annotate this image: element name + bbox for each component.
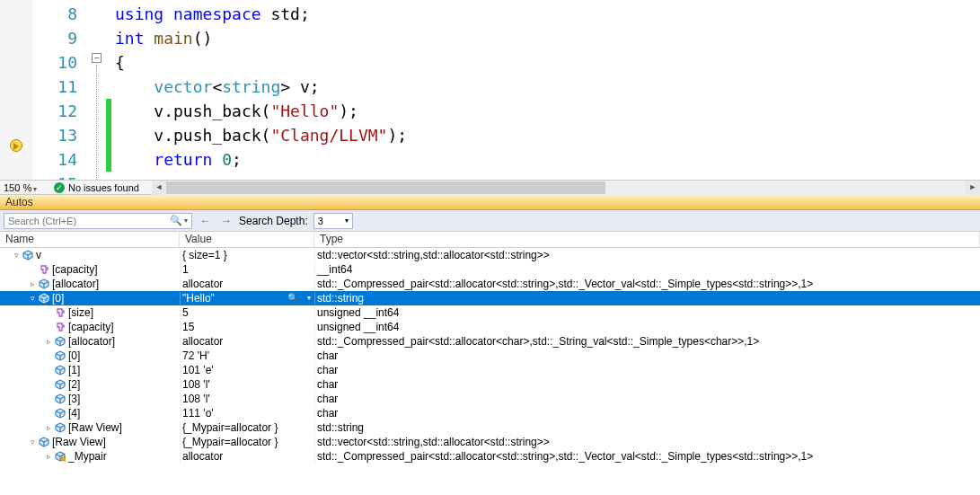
table-row[interactable]: ▹[capacity]1__int64 [0,262,980,277]
table-row[interactable]: ▿v{ size=1 }std::vector<std::string,std:… [0,248,980,262]
expand-collapse-icon[interactable]: ▹ [27,279,38,288]
variable-value[interactable]: allocator [180,450,314,463]
table-row[interactable]: ▹[0]72 'H'char [0,349,980,363]
property-icon [38,263,50,276]
line-number: 15 [32,172,77,180]
table-row[interactable]: ▹[2]108 'l'char [0,377,980,392]
table-row[interactable]: ▿[0]"Hello"🔍▾std::string [0,291,980,305]
variable-value[interactable]: allocator [180,335,314,348]
table-row[interactable]: ▹[allocator]allocatorstd::_Compressed_pa… [0,277,980,291]
variable-icon [54,364,66,376]
search-depth-dropdown[interactable]: 3 ▾ [313,213,353,229]
search-icon[interactable]: 🔍 [170,215,182,226]
code-area[interactable]: using namespace std;int main(){ vector<s… [111,0,980,180]
variable-icon [54,349,66,362]
code-line[interactable]: { [115,50,980,75]
variable-type: std::_Compressed_pair<std::allocator<std… [314,278,980,290]
chevron-down-icon[interactable]: ▾ [184,217,188,225]
variable-name: [3] [68,393,80,405]
variable-icon [54,335,66,348]
code-line[interactable]: return 0; [115,147,980,172]
variable-name: [allocator] [68,335,115,348]
scroll-right-arrow-icon[interactable]: ► [966,181,980,195]
table-row[interactable]: ▹[3]108 'l'char [0,392,980,406]
scroll-left-arrow-icon[interactable]: ◄ [152,181,166,195]
variable-name: [Raw View] [52,436,106,448]
fold-toggle-icon[interactable]: − [92,53,102,63]
variable-type: char [314,349,980,362]
table-row[interactable]: ▹_Mypairallocatorstd::_Compressed_pair<s… [0,449,980,464]
line-number: 13 [32,123,77,147]
variable-value[interactable]: {_Mypair=allocator } [180,436,314,448]
table-row[interactable]: ▹[1]101 'e'char [0,363,980,377]
line-number: 8 [32,2,77,26]
chevron-down-icon[interactable]: ▾ [307,294,311,302]
variable-value[interactable]: 101 'e' [180,364,314,376]
table-row[interactable]: ▿[Raw View]{_Mypair=allocator }std::vect… [0,435,980,449]
line-number: 10 [32,50,77,75]
variable-type: std::vector<std::string,std::allocator<s… [314,249,980,261]
expand-collapse-icon[interactable]: ▿ [27,294,38,303]
expand-collapse-icon[interactable]: ▹ [43,337,54,346]
scroll-thumb[interactable] [166,181,606,194]
editor-status-bar: 150 %▾ ✓ No issues found ◄ ► [0,180,980,194]
fold-gutter[interactable]: − [90,0,106,180]
variable-name: [2] [68,378,80,391]
chevron-down-icon: ▾ [345,217,349,225]
: ▹ [43,409,54,418]
table-row[interactable]: ▹[size]5unsigned __int64 [0,305,980,320]
grid-header[interactable]: Name Value Type [0,232,980,248]
table-row[interactable]: ▹[4]111 'o'char [0,406,980,420]
variable-type: std::_Compressed_pair<std::allocator<cha… [314,335,980,348]
variable-type: char [314,407,980,420]
code-line[interactable]: v.push_back("Clang/LLVM"); [115,123,980,147]
column-header-value[interactable]: Value [180,232,314,247]
: ▹ [43,380,54,389]
code-line[interactable]: using namespace std; [115,2,980,26]
variable-icon [54,421,66,434]
code-line[interactable]: v.push_back("Hello"); [115,99,980,123]
variable-value[interactable]: 15 [180,321,314,333]
table-row[interactable]: ▹[Raw View]{_Mypair=allocator }std::stri… [0,420,980,435]
variable-icon [38,292,50,305]
variable-value[interactable]: "Hello"🔍▾ [180,292,314,305]
variable-name: [1] [68,364,80,376]
breakpoint-gutter[interactable] [0,0,32,180]
variable-value[interactable]: 111 'o' [180,407,314,420]
variable-value[interactable]: 72 'H' [180,349,314,362]
table-row[interactable]: ▹[capacity]15unsigned __int64 [0,320,980,334]
variable-value[interactable]: {_Mypair=allocator } [180,421,314,434]
search-depth-label: Search Depth: [239,215,308,227]
variable-name: [4] [68,407,80,420]
scroll-track[interactable] [166,181,966,195]
variable-value[interactable]: 108 'l' [180,393,314,405]
expand-collapse-icon[interactable]: ▹ [43,452,54,461]
code-line[interactable]: vector<string> v; [115,75,980,99]
table-row[interactable]: ▹[allocator]allocatorstd::_Compressed_pa… [0,334,980,349]
forward-button: → [218,214,234,227]
autos-grid[interactable]: ▿v{ size=1 }std::vector<std::string,std:… [0,248,980,495]
variable-value[interactable]: 5 [180,306,314,319]
zoom-dropdown[interactable]: 150 %▾ [0,182,47,193]
code-editor[interactable]: 89101112131415 − using namespace std;int… [0,0,980,180]
variable-value[interactable]: { size=1 } [180,249,314,261]
column-header-name[interactable]: Name [0,232,180,247]
expand-collapse-icon[interactable]: ▿ [11,251,22,260]
variable-name: [capacity] [68,321,114,333]
check-icon: ✓ [54,182,65,193]
line-number: 11 [32,75,77,99]
search-box[interactable]: 🔍▾ [4,213,192,229]
variable-value[interactable]: 108 'l' [180,378,314,391]
search-input[interactable] [8,216,170,226]
expand-collapse-icon[interactable]: ▹ [43,423,54,432]
: ▹ [27,265,38,274]
horizontal-scrollbar[interactable]: ◄ ► [152,181,980,195]
variable-value[interactable]: allocator [180,278,314,290]
code-line[interactable]: int main() [115,26,980,50]
variable-value[interactable]: 1 [180,263,314,276]
visualizer-icon[interactable]: 🔍 [287,293,298,303]
variable-name: [capacity] [52,263,98,276]
variable-icon [38,278,50,290]
expand-collapse-icon[interactable]: ▿ [27,438,38,446]
column-header-type[interactable]: Type [314,232,980,247]
